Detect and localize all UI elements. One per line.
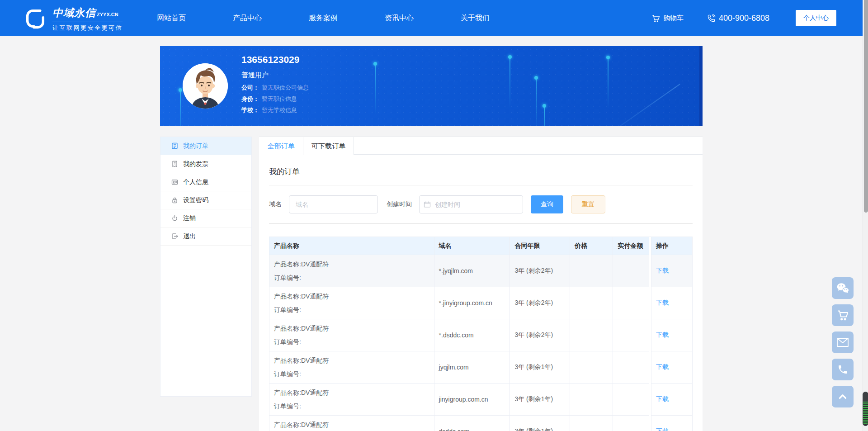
invoice-icon <box>171 161 178 167</box>
avatar <box>183 63 228 109</box>
nav-item-home[interactable]: 网站首页 <box>156 14 186 23</box>
product-name: 产品名称:DV通配符 <box>274 260 429 269</box>
download-link[interactable]: 下载 <box>656 331 688 339</box>
cell-action: 下载 <box>651 319 693 351</box>
user-banner: 13656123029 普通用户 公司：暂无职位公司信息 身份：暂无职位信息 学… <box>160 46 703 126</box>
header-domain: 域名 <box>434 237 510 255</box>
school-value: 暂无学校信息 <box>262 107 297 114</box>
sidebar-item-label: 我的订单 <box>183 142 208 150</box>
header-actions: 操作 <box>651 237 693 255</box>
mail-button[interactable] <box>832 332 854 353</box>
order-number: 订单编号: <box>274 370 429 379</box>
cell-term: 3年 (剩余1年) <box>510 351 570 384</box>
nav-item-about[interactable]: 关于我们 <box>460 14 490 23</box>
tab-all-orders[interactable]: 全部订单 <box>259 137 303 155</box>
top-navbar: 中域永信 ZYYX.CN 让互联网更安全更可信 网站首页 产品中心 服务案例 资… <box>0 0 868 36</box>
cart-label: 购物车 <box>663 14 684 23</box>
product-name: 产品名称:DV通配符 <box>274 324 429 333</box>
spark-decoration <box>534 76 538 80</box>
cell-paid <box>613 287 649 319</box>
sidebar-item-deactivate[interactable]: 注销 <box>160 209 251 227</box>
sidebar-item-my-invoices[interactable]: 我的发票 <box>160 155 251 173</box>
account-center-button[interactable]: 个人中心 <box>796 10 836 26</box>
sidebar-item-logout[interactable]: 退出 <box>160 227 251 246</box>
cell-product: 产品名称:DV通配符 订单编号: <box>269 255 434 287</box>
table-body: 产品名称:DV通配符 订单编号: *.jyqjlm.com 3年 (剩余2年) … <box>269 255 693 431</box>
profile-icon <box>171 179 178 185</box>
search-button[interactable]: 查询 <box>531 195 563 213</box>
product-name: 产品名称:DV通配符 <box>274 421 429 429</box>
cell-price <box>570 319 613 351</box>
order-icon <box>171 142 178 149</box>
floating-toolbar <box>832 277 854 413</box>
download-link[interactable]: 下载 <box>656 299 688 307</box>
back-to-top-button[interactable] <box>832 386 854 407</box>
logo-tagline: 让互联网更安全更可信 <box>52 22 123 32</box>
cell-action: 下载 <box>651 287 693 319</box>
logo-title: 中域永信 <box>52 6 96 20</box>
table-row: 产品名称:DV通配符 订单编号: *.jyqjlm.com 3年 (剩余2年) … <box>269 255 693 287</box>
username: 13656123029 <box>241 54 309 65</box>
cell-price <box>570 351 613 384</box>
identity-row: 身份：暂无职位信息 <box>241 95 309 102</box>
identity-label: 身份： <box>241 95 259 102</box>
power-icon <box>171 215 178 222</box>
cart-link[interactable]: 购物车 <box>651 14 684 23</box>
scrollbar-thumb[interactable] <box>864 0 868 213</box>
orders-table: 产品名称 域名 合同年限 价格 实付金额 操作 产品名称:DV通配符 订单编号:… <box>269 237 693 431</box>
phone-icon <box>837 364 848 375</box>
cell-domain: *.jyqjlm.com <box>434 255 510 287</box>
spark-decoration <box>179 88 182 92</box>
cell-paid <box>613 384 649 416</box>
download-link[interactable]: 下载 <box>656 427 688 431</box>
section-title: 我的订单 <box>269 155 693 185</box>
banner-user-info: 13656123029 普通用户 公司：暂无职位公司信息 身份：暂无职位信息 学… <box>241 54 309 114</box>
orders-content: 我的订单 域名 创建时间 查询 重置 产品名称 域名 <box>259 155 703 431</box>
tab-downloadable-orders[interactable]: 可下载订单 <box>303 137 354 155</box>
table-row: 产品名称:DV通配符 订单编号: jinyigroup.com.cn 3年 (剩… <box>269 384 693 416</box>
sidebar-item-set-password[interactable]: 设置密码 <box>160 191 251 209</box>
spark-decoration <box>542 104 546 108</box>
sidebar-item-personal-info[interactable]: 个人信息 <box>160 173 251 191</box>
cart-icon <box>651 14 660 23</box>
sidebar-item-my-orders[interactable]: 我的订单 <box>160 137 251 155</box>
nav-item-products[interactable]: 产品中心 <box>232 14 262 23</box>
sidebar-item-label: 退出 <box>183 232 196 241</box>
download-link[interactable]: 下载 <box>656 363 688 371</box>
site-logo[interactable]: 中域永信 ZYYX.CN 让互联网更安全更可信 <box>24 6 123 32</box>
cart-float-button[interactable] <box>832 304 854 326</box>
table-header-row: 产品名称 域名 合同年限 价格 实付金额 操作 <box>269 237 693 255</box>
filter-form: 域名 创建时间 查询 重置 <box>269 195 693 213</box>
hotline[interactable]: 400-900-6808 <box>707 14 769 23</box>
order-tabs: 全部订单 可下载订单 <box>259 137 703 155</box>
download-link[interactable]: 下载 <box>656 395 688 403</box>
order-number: 订单编号: <box>274 274 429 282</box>
sidebar-item-label: 注销 <box>183 214 196 223</box>
nav-item-cases[interactable]: 服务案例 <box>308 14 338 23</box>
hotline-number: 400-900-6808 <box>719 14 769 23</box>
scrollbar-track[interactable] <box>863 0 868 431</box>
product-name: 产品名称:DV通配符 <box>274 356 429 365</box>
nav-item-news[interactable]: 资讯中心 <box>384 14 414 23</box>
avatar-illustration <box>183 63 228 109</box>
header-product-name: 产品名称 <box>269 237 434 255</box>
wechat-button[interactable] <box>832 277 854 299</box>
cell-product: 产品名称:DV通配符 订单编号: <box>269 416 434 431</box>
phone-float-button[interactable] <box>832 359 854 380</box>
cell-product: 产品名称:DV通配符 订单编号: <box>269 384 434 416</box>
cell-paid <box>613 351 649 384</box>
table-row: 产品名称:DV通配符 订单编号: jyqjlm.com 3年 (剩余1年) 下载 <box>269 351 693 384</box>
back-to-top-icon <box>837 391 849 403</box>
logo-text: 中域永信 ZYYX.CN 让互联网更安全更可信 <box>52 6 123 32</box>
company-label: 公司： <box>241 84 259 91</box>
order-number: 订单编号: <box>274 306 429 314</box>
main-panel: 全部订单 可下载订单 我的订单 域名 创建时间 查询 重置 <box>259 137 703 431</box>
reset-button[interactable]: 重置 <box>571 195 605 213</box>
wechat-icon <box>836 282 849 294</box>
banner-streak-decoration <box>598 84 680 126</box>
cell-price <box>570 416 613 431</box>
download-link[interactable]: 下载 <box>656 267 688 275</box>
domain-filter-input[interactable] <box>289 195 378 213</box>
date-filter-input[interactable] <box>419 195 523 213</box>
password-icon <box>171 197 178 204</box>
